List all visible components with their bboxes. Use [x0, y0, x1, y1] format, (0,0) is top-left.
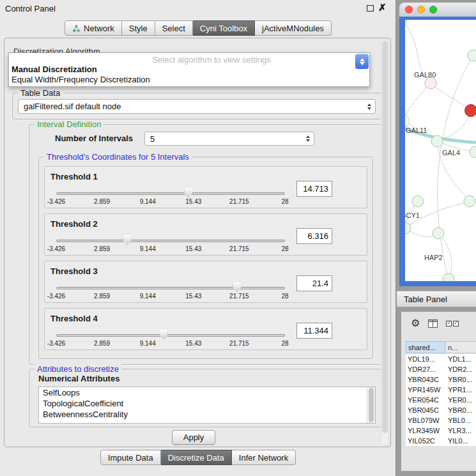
cell-name: YBR0...: [445, 376, 472, 383]
scale-label: 15.43: [185, 245, 201, 252]
network-node[interactable]: [443, 273, 454, 281]
table-data-combobox[interactable]: galFiltered.sif default node: [18, 99, 376, 114]
slider-thumb[interactable]: [160, 330, 168, 340]
network-edges: [405, 20, 475, 279]
threshold-panel-1: Threshold 1 -3.426 2.859 9.144 15.43 21.…: [44, 166, 367, 208]
list-item[interactable]: BetweennessCentrality: [39, 409, 375, 420]
list-item[interactable]: SelfLoops: [39, 387, 375, 398]
tab-select[interactable]: Select: [155, 20, 193, 36]
threshold-slider[interactable]: -3.426 2.859 9.144 15.43 21.715 28: [56, 192, 285, 195]
scale-label: 21.715: [229, 198, 249, 205]
slider-track[interactable]: [56, 192, 285, 195]
network-node[interactable]: [412, 196, 424, 207]
column-header-name[interactable]: n...: [445, 341, 476, 353]
threshold-label: Threshold 1: [50, 172, 98, 181]
table-row[interactable]: YLR345WYLR3...: [406, 426, 476, 436]
float-window-icon[interactable]: [367, 5, 374, 12]
threshold-value-input[interactable]: [296, 228, 332, 244]
network-node-gal11[interactable]: [405, 115, 410, 127]
threshold-value-input[interactable]: [296, 323, 332, 339]
scale-label: 28: [281, 245, 288, 252]
table-row[interactable]: YBL079WYBL0...: [406, 415, 476, 426]
slider-thumb[interactable]: [184, 188, 192, 198]
scrollbar-thumb[interactable]: [369, 388, 374, 422]
network-node[interactable]: [470, 146, 476, 158]
thresholds-group: Threshold's Coordinates for 5 Intervals …: [38, 157, 373, 359]
scale-label: 9.144: [140, 198, 156, 205]
close-traffic-light-icon[interactable]: [405, 6, 413, 13]
threshold-slider[interactable]: -3.426 2.859 9.144 15.43 21.715 28: [56, 240, 285, 242]
threshold-value-input[interactable]: [296, 181, 332, 197]
gear-icon[interactable]: ⚙: [411, 318, 420, 328]
show-columns-icon[interactable]: [428, 319, 438, 328]
interval-definition-title: Interval Definition: [35, 119, 104, 129]
slider-thumb[interactable]: [233, 282, 241, 293]
network-node[interactable]: [468, 50, 476, 61]
bottom-tab-bar: Impute Data Discretize Data Infer Networ…: [0, 450, 396, 465]
scale-label: 2.859: [94, 293, 110, 300]
tab-impute-data[interactable]: Impute Data: [100, 450, 161, 465]
table-row[interactable]: YBR043CYBR0...: [406, 374, 476, 385]
network-node-gcy1[interactable]: [405, 222, 411, 234]
threshold-value-input[interactable]: [296, 275, 332, 291]
network-canvas[interactable]: GAL80 GAL11 GAL4 GCY1 HAP2: [405, 20, 476, 281]
table-panel-body: ⚙ shared... n... YDL19...YDL1... YDR27..…: [401, 311, 476, 472]
scale-label: -3.426: [47, 198, 65, 205]
scrollbar-thumb[interactable]: [382, 41, 388, 433]
threshold-slider[interactable]: -3.426 2.859 9.144 15.43 21.715 28: [56, 334, 285, 337]
table-row[interactable]: YDR27...YDR2...: [406, 364, 476, 374]
tab-style[interactable]: Style: [122, 20, 155, 36]
tab-label: Discretize Data: [168, 453, 224, 463]
tab-label: Network: [84, 24, 114, 33]
table-panel-title: Table Panel: [404, 295, 447, 304]
scale-label: 9.144: [140, 293, 156, 300]
combobox-arrows-icon: [367, 102, 371, 112]
threshold-panel-2: Threshold 2 -3.426 2.859 9.144 15.43 21.…: [44, 213, 367, 256]
table-data-value: galFiltered.sif default node: [24, 102, 121, 111]
table-row[interactable]: YDL19...YDL1...: [406, 354, 476, 364]
network-view-window: GAL80 GAL11 GAL4 GCY1 HAP2: [399, 3, 476, 286]
table-row[interactable]: YER054CYER0...: [406, 395, 476, 405]
table-row[interactable]: YPR145WYPR1...: [406, 385, 476, 395]
tab-network[interactable]: Network: [65, 20, 122, 36]
network-node-hap2[interactable]: [433, 227, 444, 239]
slider-track[interactable]: [56, 240, 285, 242]
list-item[interactable]: TopologicalCoefficient: [39, 398, 375, 409]
cell-shared-name: YBR045C: [406, 406, 445, 414]
panel-scrollbar[interactable]: [381, 40, 389, 445]
scale-label: 28: [281, 293, 288, 300]
tab-cyni-toolbox[interactable]: Cyni Toolbox: [193, 20, 255, 36]
list-scrollbar[interactable]: [367, 387, 375, 423]
scale-label: 28: [281, 198, 288, 205]
network-window-titlebar: [399, 3, 476, 17]
cell-name: YDL1...: [445, 355, 472, 363]
zoom-traffic-light-icon[interactable]: [429, 6, 437, 13]
close-icon[interactable]: ✗: [378, 2, 387, 13]
panel-title: Control Panel: [5, 4, 56, 13]
tab-jactivemnodules[interactable]: jActiveMNodules: [255, 20, 332, 36]
combobox-stepper-button[interactable]: [355, 54, 369, 69]
tab-infer-network[interactable]: Infer Network: [232, 450, 296, 465]
network-node[interactable]: [464, 196, 475, 207]
table-row[interactable]: YBR045CYBR0...: [406, 405, 476, 415]
network-node-red[interactable]: [465, 105, 476, 117]
slider-track[interactable]: [56, 287, 285, 289]
table-row[interactable]: YIL052CYIL0...: [406, 436, 476, 446]
threshold-label: Threshold 4: [50, 314, 98, 323]
network-node-gal4[interactable]: [431, 135, 443, 147]
network-node-gal80[interactable]: [425, 77, 436, 89]
threshold-slider[interactable]: -3.426 2.859 9.144 15.43 21.715 28: [56, 287, 285, 289]
slider-track[interactable]: [56, 334, 285, 337]
minimize-traffic-light-icon[interactable]: [417, 6, 425, 13]
algorithm-option-equal-width[interactable]: Equal Width/Frequency Discretization: [9, 74, 369, 84]
algorithm-option-manual[interactable]: Manual Discretization: [9, 64, 369, 74]
slider-thumb[interactable]: [123, 235, 131, 245]
select-all-icon[interactable]: [446, 318, 459, 329]
column-header-shared-name[interactable]: shared...: [406, 341, 445, 353]
number-of-intervals-combobox[interactable]: 5: [144, 132, 314, 146]
cell-name: YBL0...: [445, 417, 471, 424]
apply-button[interactable]: Apply: [172, 430, 215, 445]
table-toolbar: ⚙: [401, 312, 476, 335]
tab-discretize-data[interactable]: Discretize Data: [161, 450, 232, 465]
cell-shared-name: YER054C: [406, 396, 445, 404]
